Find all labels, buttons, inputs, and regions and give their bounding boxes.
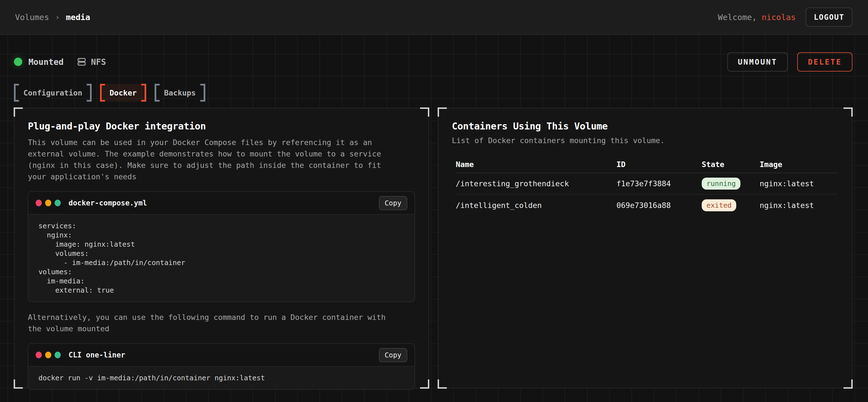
welcome-text: Welcome, nicolas [718,12,796,22]
tab-bracket-right [87,84,92,102]
code-line: - im-media:/path/in/container [38,258,404,267]
column-header-image: Image [760,160,838,169]
app-root: Volumes › media Welcome, nicolas LOGOUT … [0,0,868,402]
tab-label: Configuration [23,89,82,97]
containers-panel: Containers Using This Volume List of Doc… [438,108,852,388]
tab-backups[interactable]: Backups [155,84,205,102]
cli-code-body: docker run -v im-media:/path/in/containe… [28,367,414,389]
code-line: volumes: [38,267,404,276]
tab-label: Docker [110,89,137,97]
copy-cli-button[interactable]: Copy [379,348,407,362]
cli-code-header: CLI one-liner Copy [28,344,414,367]
traffic-green-icon [55,200,61,206]
container-name: /interesting_grothendieck [456,179,616,188]
cli-intro-text: Alternatively, you can use the following… [28,311,403,334]
topbar: Volumes › media Welcome, nicolas LOGOUT [0,0,868,35]
compose-code-body: services: nginx: image: nginx:latest vol… [28,215,414,302]
mounted-status-dot-icon [14,58,22,66]
code-line: im-media: [38,276,404,286]
breadcrumb-volumes-link[interactable]: Volumes [15,12,49,22]
code-line: nginx: [38,231,404,240]
traffic-amber-icon [45,200,51,206]
tab-configuration[interactable]: Configuration [14,84,92,102]
code-line: external: true [38,286,404,295]
tab-bracket-right [141,84,146,102]
code-line: image: nginx:latest [38,240,404,249]
compose-code-header: docker-compose.yml Copy [28,192,414,215]
cli-block-title: CLI one-liner [68,351,125,359]
status-badge: exited [702,199,736,211]
containers-panel-title: Containers Using This Volume [452,121,838,132]
traffic-green-icon [55,351,61,358]
tab-bracket-right [200,84,205,102]
window-traffic-lights-icon [36,200,61,206]
container-state: running [702,178,760,190]
panel-corner-bracket [843,379,853,389]
container-state: exited [702,199,760,211]
column-header-id: ID [616,160,702,169]
server-icon [77,57,86,67]
code-line: volumes: [38,249,404,258]
containers-table: Name ID State Image /interesting_grothen… [456,156,838,216]
panels-grid: Plug-and-play Docker integration This vo… [14,108,852,388]
container-id: 069e73016a88 [616,201,702,210]
volume-actions: UNMOUNT DELETE [727,52,852,72]
container-name: /intelligent_colden [456,201,616,210]
tab-label: Backups [164,89,196,97]
tab-bar: Configuration Docker Backups [14,84,852,102]
mounted-status-label: Mounted [28,57,63,67]
username: nicolas [762,12,796,22]
traffic-amber-icon [45,351,51,358]
breadcrumb-current-volume: media [66,12,90,22]
copy-compose-button[interactable]: Copy [379,196,407,210]
driver-type-label: NFS [91,57,106,67]
main-content: Mounted NFS UNMOUNT DELETE [0,54,868,388]
container-image: nginx:latest [760,179,838,188]
traffic-red-icon [36,200,42,206]
logout-button[interactable]: LOGOUT [806,7,852,27]
unmount-button[interactable]: UNMOUNT [727,52,788,72]
compose-filename: docker-compose.yml [68,199,147,207]
container-image: nginx:latest [760,201,838,210]
panel-corner-bracket [438,379,447,389]
volume-status-row: Mounted NFS UNMOUNT DELETE [14,54,852,70]
container-id: f1e73e7f3884 [616,179,702,188]
welcome-prefix: Welcome, [718,12,762,22]
tab-bracket-left [14,84,19,102]
containers-panel-subtitle: List of Docker containers mounting this … [452,136,838,145]
status-badge: running [702,178,740,190]
breadcrumb: Volumes › media [15,12,90,22]
table-row: /intelligent_colden 069e73016a88 exited … [456,195,838,216]
docker-panel-title: Plug-and-play Docker integration [28,121,415,132]
tab-bracket-left [155,84,160,102]
column-header-state: State [702,160,760,169]
chevron-right-icon: › [55,13,60,22]
docker-panel-description: This volume can be used in your Docker C… [28,137,403,182]
tab-docker[interactable]: Docker [100,84,146,102]
column-header-name: Name [456,160,616,169]
window-traffic-lights-icon [36,351,61,358]
table-row: /interesting_grothendieck f1e73e7f3884 r… [456,173,838,195]
code-line: services: [38,221,404,231]
delete-button[interactable]: DELETE [797,52,852,72]
traffic-red-icon [36,351,42,358]
code-line: docker run -v im-media:/path/in/containe… [38,373,404,382]
docker-integration-panel: Plug-and-play Docker integration This vo… [14,108,429,388]
volume-driver: NFS [77,57,106,67]
table-header-row: Name ID State Image [456,156,838,173]
cli-code-block: CLI one-liner Copy docker run -v im-medi… [28,343,415,390]
compose-code-block: docker-compose.yml Copy services: nginx:… [28,191,415,302]
tab-bracket-left [100,84,105,102]
topbar-right: Welcome, nicolas LOGOUT [718,7,852,27]
